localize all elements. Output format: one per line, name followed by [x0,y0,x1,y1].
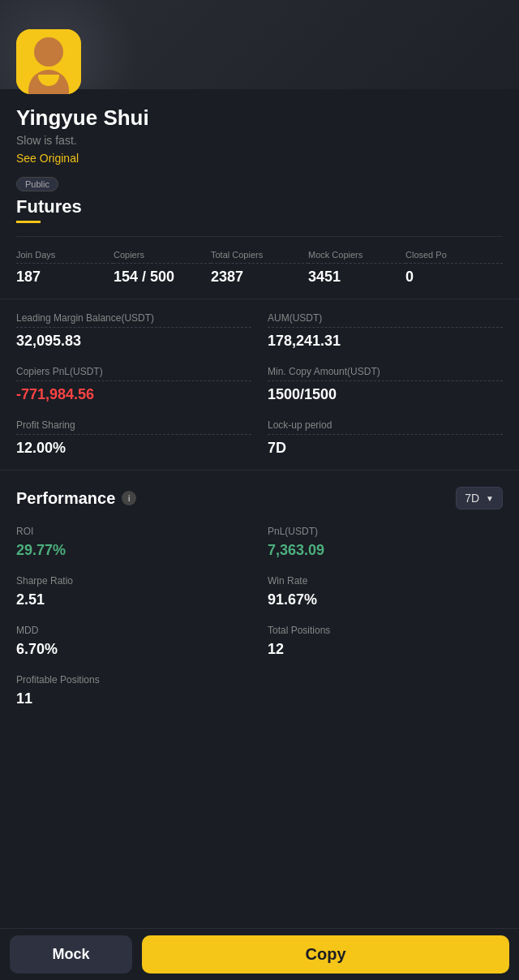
stat-label-1: Copiers [114,250,211,264]
perf-label-3: Win Rate [268,575,503,587]
detail-value-3: 1500/1500 [268,386,503,403]
stat-item-4: Closed Po 0 [405,250,503,286]
perf-label-0: ROI [16,526,251,537]
stat-item-1: Copiers 154 / 500 [114,250,211,286]
performance-section: Performance i 7D ▼ ROI 29.77% PnL(USDT) … [0,471,519,724]
perf-value-5: 12 [268,641,503,658]
detail-item-5: Lock-up period 7D [268,419,503,457]
perf-value-1: 7,363.09 [268,542,503,559]
detail-label-0: Leading Margin Balance(USDT) [16,312,251,328]
bottom-bar: Mock Copy [0,928,519,980]
stat-label-3: Mock Copiers [308,250,405,264]
detail-label-2: Copiers PnL(USDT) [16,366,251,381]
mock-button[interactable]: Mock [10,935,132,974]
stat-label-0: Join Days [16,250,114,264]
stat-label-2: Total Copiers [211,250,308,264]
stat-value-4: 0 [405,269,503,286]
detail-label-1: AUM(USDT) [268,312,503,328]
perf-label-2: Sharpe Ratio [16,575,251,587]
perf-value-3: 91.67% [268,591,503,608]
perf-item-6: Profitable Positions 11 [16,674,503,707]
performance-header: Performance i 7D ▼ [16,487,503,509]
chevron-down-icon: ▼ [486,494,494,503]
perf-value-2: 2.51 [16,591,251,608]
stat-item-0: Join Days 187 [16,250,114,286]
detail-item-3: Min. Copy Amount(USDT) 1500/1500 [268,366,503,403]
detail-value-5: 7D [268,440,503,457]
stat-value-2: 2387 [211,269,308,286]
perf-label-1: PnL(USDT) [268,526,503,537]
detail-value-4: 12.00% [16,440,251,457]
detail-label-3: Min. Copy Amount(USDT) [268,366,503,381]
detail-item-0: Leading Margin Balance(USDT) 32,095.83 [16,312,251,350]
performance-grid: ROI 29.77% PnL(USDT) 7,363.09 Sharpe Rat… [16,526,503,724]
stat-value-1: 154 / 500 [114,269,211,286]
see-original-link[interactable]: See Original [16,152,503,165]
detail-item-4: Profit Sharing 12.00% [16,419,251,457]
category-underline [16,221,41,223]
stat-value-0: 187 [16,269,114,286]
user-slogan: Slow is fast. [16,134,503,147]
detail-item-2: Copiers PnL(USDT) -771,984.56 [16,366,251,403]
perf-item-1: PnL(USDT) 7,363.09 [268,526,503,559]
stat-label-4: Closed Po [405,250,503,264]
user-name: Yingyue Shui [16,105,503,131]
avatar [16,29,81,94]
info-icon[interactable]: i [122,491,136,505]
perf-value-4: 6.70% [16,641,251,658]
perf-item-5: Total Positions 12 [268,625,503,658]
perf-label-6: Profitable Positions [16,674,503,686]
user-info: Yingyue Shui Slow is fast. See Original [0,94,519,165]
category-title: Futures [16,196,503,217]
copy-button[interactable]: Copy [142,935,509,974]
stat-item-3: Mock Copiers 3451 [308,250,405,286]
details-grid: Leading Margin Balance(USDT) 32,095.83 A… [0,299,519,470]
perf-label-4: MDD [16,625,251,636]
detail-label-4: Profit Sharing [16,419,251,435]
detail-value-2: -771,984.56 [16,386,251,403]
detail-item-1: AUM(USDT) 178,241.31 [268,312,503,350]
stats-row: Join Days 187 Copiers 154 / 500 Total Co… [0,237,519,299]
period-selector[interactable]: 7D ▼ [456,487,503,509]
badge-section: Public Futures [0,176,519,223]
detail-value-0: 32,095.83 [16,333,251,350]
perf-value-0: 29.77% [16,542,251,559]
stat-value-3: 3451 [308,269,405,286]
spacer [0,724,519,789]
perf-item-3: Win Rate 91.67% [268,575,503,608]
public-badge: Public [16,176,503,196]
perf-item-2: Sharpe Ratio 2.51 [16,575,251,608]
detail-label-5: Lock-up period [268,419,503,435]
performance-title: Performance i [16,489,136,508]
perf-label-5: Total Positions [268,625,503,636]
perf-value-6: 11 [16,690,503,707]
perf-item-0: ROI 29.77% [16,526,251,559]
stat-item-2: Total Copiers 2387 [211,250,308,286]
perf-item-4: MDD 6.70% [16,625,251,658]
detail-value-1: 178,241.31 [268,333,503,350]
